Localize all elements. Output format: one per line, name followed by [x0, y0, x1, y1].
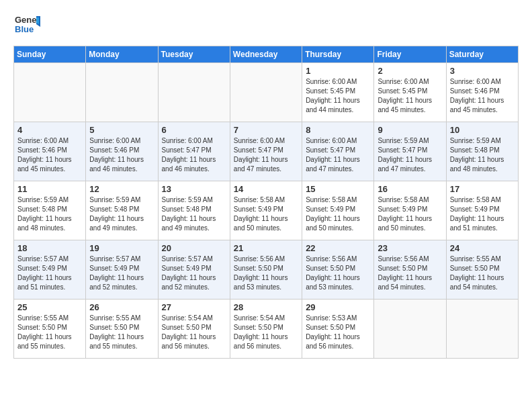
- cell-info: Sunrise: 5:59 AM Sunset: 5:47 PM Dayligh…: [378, 136, 442, 174]
- cell-info: Sunrise: 5:59 AM Sunset: 5:48 PM Dayligh…: [89, 195, 154, 233]
- calendar-week-row: 18Sunrise: 5:57 AM Sunset: 5:49 PM Dayli…: [14, 240, 519, 300]
- day-number: 28: [234, 302, 298, 312]
- cell-info: Sunrise: 5:56 AM Sunset: 5:50 PM Dayligh…: [234, 255, 298, 292]
- cell-info: Sunrise: 5:55 AM Sunset: 5:50 PM Dayligh…: [450, 255, 515, 292]
- calendar-cell: 12Sunrise: 5:59 AM Sunset: 5:48 PM Dayli…: [86, 181, 158, 240]
- cell-info: Sunrise: 5:57 AM Sunset: 5:49 PM Dayligh…: [17, 255, 82, 292]
- header-day: Friday: [374, 46, 446, 63]
- day-number: 8: [306, 125, 370, 135]
- day-number: 17: [450, 184, 515, 194]
- calendar-cell: 20Sunrise: 5:57 AM Sunset: 5:49 PM Dayli…: [158, 240, 230, 300]
- logo: General Blue: [13, 11, 40, 40]
- calendar-cell: [158, 63, 230, 122]
- day-number: 5: [89, 125, 154, 135]
- header-row: SundayMondayTuesdayWednesdayThursdayFrid…: [14, 46, 519, 63]
- cell-info: Sunrise: 5:56 AM Sunset: 5:50 PM Dayligh…: [306, 255, 370, 292]
- day-number: 4: [17, 125, 82, 135]
- header-day: Wednesday: [230, 46, 302, 63]
- cell-info: Sunrise: 5:55 AM Sunset: 5:50 PM Dayligh…: [89, 314, 154, 351]
- cell-info: Sunrise: 5:57 AM Sunset: 5:49 PM Dayligh…: [89, 255, 154, 292]
- cell-info: Sunrise: 5:57 AM Sunset: 5:49 PM Dayligh…: [162, 255, 226, 292]
- header-day: Monday: [86, 46, 158, 63]
- cell-info: Sunrise: 5:54 AM Sunset: 5:50 PM Dayligh…: [162, 314, 226, 351]
- day-number: 13: [162, 184, 226, 194]
- day-number: 18: [17, 243, 82, 253]
- calendar-cell: 25Sunrise: 5:55 AM Sunset: 5:50 PM Dayli…: [14, 300, 86, 359]
- day-number: 24: [450, 243, 515, 253]
- day-number: 11: [17, 184, 82, 194]
- header-day: Tuesday: [158, 46, 230, 63]
- cell-info: Sunrise: 5:55 AM Sunset: 5:50 PM Dayligh…: [17, 314, 82, 351]
- day-number: 26: [89, 302, 154, 312]
- calendar-week-row: 11Sunrise: 5:59 AM Sunset: 5:48 PM Dayli…: [14, 181, 519, 240]
- cell-info: Sunrise: 5:59 AM Sunset: 5:48 PM Dayligh…: [162, 195, 226, 233]
- calendar-cell: 6Sunrise: 6:00 AM Sunset: 5:47 PM Daylig…: [158, 122, 230, 181]
- header-day: Saturday: [446, 46, 518, 63]
- day-number: 2: [378, 66, 442, 76]
- calendar-cell: 7Sunrise: 6:00 AM Sunset: 5:47 PM Daylig…: [230, 122, 302, 181]
- header-day: Sunday: [14, 46, 86, 63]
- calendar-cell: 9Sunrise: 5:59 AM Sunset: 5:47 PM Daylig…: [374, 122, 446, 181]
- day-number: 27: [162, 302, 226, 312]
- day-number: 9: [378, 125, 442, 135]
- calendar-cell: 26Sunrise: 5:55 AM Sunset: 5:50 PM Dayli…: [86, 300, 158, 359]
- calendar-cell: 24Sunrise: 5:55 AM Sunset: 5:50 PM Dayli…: [446, 240, 518, 300]
- calendar-cell: 28Sunrise: 5:54 AM Sunset: 5:50 PM Dayli…: [230, 300, 302, 359]
- calendar-cell: 16Sunrise: 5:58 AM Sunset: 5:49 PM Dayli…: [374, 181, 446, 240]
- cell-info: Sunrise: 6:00 AM Sunset: 5:46 PM Dayligh…: [17, 136, 82, 174]
- svg-text:Blue: Blue: [15, 24, 34, 34]
- calendar-cell: 2Sunrise: 6:00 AM Sunset: 5:45 PM Daylig…: [374, 63, 446, 122]
- page-header: General Blue: [13, 11, 519, 40]
- calendar-cell: [374, 300, 446, 359]
- day-number: 25: [17, 302, 82, 312]
- day-number: 1: [306, 66, 370, 76]
- cell-info: Sunrise: 6:00 AM Sunset: 5:46 PM Dayligh…: [450, 77, 515, 115]
- logo-graphic: General Blue: [13, 11, 40, 40]
- calendar-cell: 3Sunrise: 6:00 AM Sunset: 5:46 PM Daylig…: [446, 63, 518, 122]
- day-number: 14: [234, 184, 298, 194]
- cell-info: Sunrise: 5:59 AM Sunset: 5:48 PM Dayligh…: [17, 195, 82, 233]
- day-number: 23: [378, 243, 442, 253]
- calendar-cell: 5Sunrise: 6:00 AM Sunset: 5:46 PM Daylig…: [86, 122, 158, 181]
- day-number: 22: [306, 243, 370, 253]
- calendar-cell: 13Sunrise: 5:59 AM Sunset: 5:48 PM Dayli…: [158, 181, 230, 240]
- day-number: 20: [162, 243, 226, 253]
- day-number: 19: [89, 243, 154, 253]
- day-number: 10: [450, 125, 515, 135]
- calendar-table: SundayMondayTuesdayWednesdayThursdayFrid…: [13, 46, 519, 359]
- cell-info: Sunrise: 5:53 AM Sunset: 5:50 PM Dayligh…: [306, 314, 370, 351]
- cell-info: Sunrise: 5:56 AM Sunset: 5:50 PM Dayligh…: [378, 255, 442, 292]
- calendar-cell: 11Sunrise: 5:59 AM Sunset: 5:48 PM Dayli…: [14, 181, 86, 240]
- calendar-week-row: 1Sunrise: 6:00 AM Sunset: 5:45 PM Daylig…: [14, 63, 519, 122]
- day-number: 6: [162, 125, 226, 135]
- cell-info: Sunrise: 5:58 AM Sunset: 5:49 PM Dayligh…: [450, 195, 515, 233]
- calendar-cell: 18Sunrise: 5:57 AM Sunset: 5:49 PM Dayli…: [14, 240, 86, 300]
- day-number: 29: [306, 302, 370, 312]
- header-day: Thursday: [302, 46, 374, 63]
- calendar-week-row: 4Sunrise: 6:00 AM Sunset: 5:46 PM Daylig…: [14, 122, 519, 181]
- calendar-cell: 14Sunrise: 5:58 AM Sunset: 5:49 PM Dayli…: [230, 181, 302, 240]
- calendar-cell: [230, 63, 302, 122]
- calendar-cell: 1Sunrise: 6:00 AM Sunset: 5:45 PM Daylig…: [302, 63, 374, 122]
- calendar-cell: 4Sunrise: 6:00 AM Sunset: 5:46 PM Daylig…: [14, 122, 86, 181]
- calendar-cell: 27Sunrise: 5:54 AM Sunset: 5:50 PM Dayli…: [158, 300, 230, 359]
- cell-info: Sunrise: 6:00 AM Sunset: 5:47 PM Dayligh…: [162, 136, 226, 174]
- calendar-cell: 23Sunrise: 5:56 AM Sunset: 5:50 PM Dayli…: [374, 240, 446, 300]
- cell-info: Sunrise: 6:00 AM Sunset: 5:45 PM Dayligh…: [306, 77, 370, 115]
- calendar-cell: 15Sunrise: 5:58 AM Sunset: 5:49 PM Dayli…: [302, 181, 374, 240]
- day-number: 21: [234, 243, 298, 253]
- day-number: 12: [89, 184, 154, 194]
- day-number: 3: [450, 66, 515, 76]
- cell-info: Sunrise: 5:58 AM Sunset: 5:49 PM Dayligh…: [234, 195, 298, 233]
- calendar-cell: 10Sunrise: 5:59 AM Sunset: 5:48 PM Dayli…: [446, 122, 518, 181]
- calendar-cell: 29Sunrise: 5:53 AM Sunset: 5:50 PM Dayli…: [302, 300, 374, 359]
- cell-info: Sunrise: 6:00 AM Sunset: 5:45 PM Dayligh…: [378, 77, 442, 115]
- cell-info: Sunrise: 5:59 AM Sunset: 5:48 PM Dayligh…: [450, 136, 515, 174]
- calendar-cell: 17Sunrise: 5:58 AM Sunset: 5:49 PM Dayli…: [446, 181, 518, 240]
- calendar-cell: [86, 63, 158, 122]
- calendar-week-row: 25Sunrise: 5:55 AM Sunset: 5:50 PM Dayli…: [14, 300, 519, 359]
- day-number: 16: [378, 184, 442, 194]
- cell-info: Sunrise: 6:00 AM Sunset: 5:46 PM Dayligh…: [89, 136, 154, 174]
- calendar-cell: 22Sunrise: 5:56 AM Sunset: 5:50 PM Dayli…: [302, 240, 374, 300]
- cell-info: Sunrise: 5:54 AM Sunset: 5:50 PM Dayligh…: [234, 314, 298, 351]
